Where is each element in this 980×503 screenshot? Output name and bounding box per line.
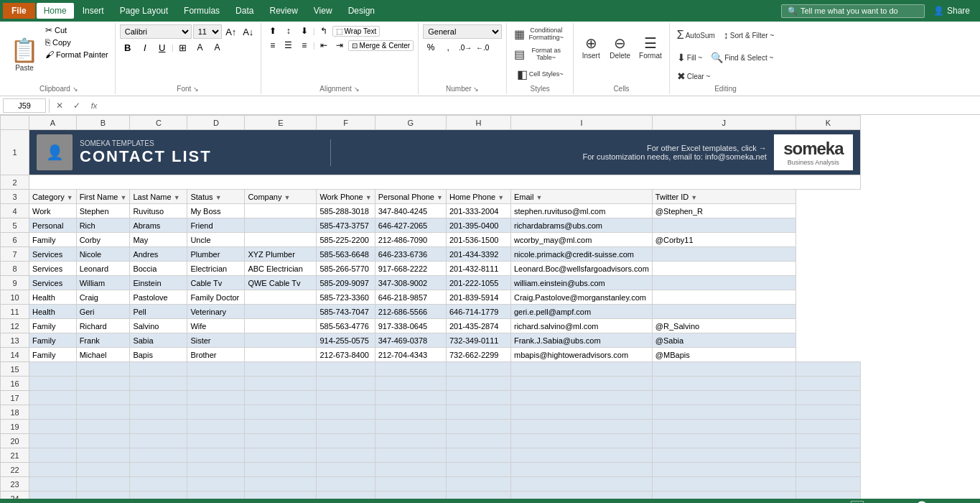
formula-input[interactable] (104, 98, 977, 113)
col-b-header[interactable]: B (76, 116, 130, 130)
empty-cell[interactable] (187, 420, 245, 434)
col-c-header[interactable]: C (130, 116, 187, 130)
empty-cell[interactable] (245, 477, 317, 492)
header-twitter[interactable]: Twitter ID ▼ (652, 190, 795, 204)
empty-cell[interactable] (245, 377, 317, 391)
empty-cell[interactable] (29, 405, 77, 420)
empty-cell[interactable] (76, 463, 130, 477)
empty-cell[interactable] (245, 362, 317, 377)
list-item[interactable]: 585-563-6648 (317, 247, 375, 262)
list-item[interactable]: 585-723-3360 (317, 290, 375, 305)
header-category[interactable]: Category ▼ (29, 190, 77, 204)
list-item[interactable] (652, 218, 795, 233)
list-item[interactable]: Ruvituso (130, 204, 187, 218)
empty-cell[interactable] (317, 377, 375, 391)
list-item[interactable]: Wife (187, 319, 245, 333)
list-item[interactable]: Bapis (130, 348, 187, 362)
list-item[interactable]: william.einstein@ubs.com (510, 276, 652, 290)
text-direction-button[interactable]: ↰ (317, 24, 331, 37)
list-item[interactable]: 585-473-3757 (317, 218, 375, 233)
filter-arrow-email[interactable]: ▼ (536, 194, 543, 201)
list-item[interactable]: Craig.Pastolove@morganstanley.com (510, 290, 652, 305)
empty-cell[interactable] (130, 377, 187, 391)
filter-arrow-twitter[interactable]: ▼ (691, 194, 697, 201)
header-firstname[interactable]: First Name ▼ (76, 190, 130, 204)
empty-cell[interactable] (187, 362, 245, 377)
list-item[interactable]: Health (29, 290, 77, 305)
list-item[interactable]: 201-839-5914 (446, 290, 510, 305)
list-item[interactable]: 585-209-9097 (317, 276, 375, 290)
empty-cell[interactable] (187, 448, 245, 463)
list-item[interactable]: Michael (76, 348, 130, 362)
list-item[interactable] (652, 276, 795, 290)
header-homephone[interactable]: Home Phone ▼ (446, 190, 510, 204)
increase-decimal-button[interactable]: .0→ (457, 40, 473, 55)
list-item[interactable] (652, 247, 795, 262)
empty-cell[interactable] (795, 405, 860, 420)
font-color-button[interactable]: A (210, 40, 225, 55)
empty-cell[interactable] (317, 492, 375, 499)
list-item[interactable]: @Stephen_R (652, 204, 795, 218)
empty-cell[interactable] (245, 448, 317, 463)
empty-cell[interactable] (510, 362, 652, 377)
empty-cell[interactable] (446, 420, 510, 434)
list-item[interactable]: Einstein (130, 276, 187, 290)
empty-cell[interactable] (29, 377, 77, 391)
conditional-formatting-button[interactable]: ▦ Conditional Formatting~ (511, 24, 569, 43)
list-item[interactable]: ABC Electrician (245, 262, 317, 276)
empty-cell[interactable] (652, 434, 795, 448)
align-right-button[interactable]: ≡ (297, 39, 312, 52)
empty-cell[interactable] (795, 434, 860, 448)
empty-cell[interactable] (29, 477, 77, 492)
menu-formulas[interactable]: Formulas (177, 3, 227, 19)
list-item[interactable]: Friend (187, 218, 245, 233)
list-item[interactable]: Frank (76, 333, 130, 348)
empty-cell[interactable] (245, 405, 317, 420)
list-item[interactable]: Abrams (130, 218, 187, 233)
filter-arrow-company[interactable]: ▼ (284, 194, 291, 201)
fill-button[interactable]: ⬇ Fill ~ (674, 47, 705, 68)
filter-arrow-status[interactable]: ▼ (215, 194, 222, 201)
empty-cell[interactable] (446, 405, 510, 420)
filter-arrow-category[interactable]: ▼ (67, 194, 73, 201)
list-item[interactable]: Health (29, 305, 77, 319)
empty-cell[interactable] (652, 362, 795, 377)
list-item[interactable]: 201-536-1500 (446, 233, 510, 247)
list-item[interactable]: Family (29, 348, 77, 362)
list-item[interactable]: William (76, 276, 130, 290)
list-item[interactable] (245, 348, 317, 362)
filter-arrow-homephone[interactable]: ▼ (498, 194, 504, 201)
copy-button[interactable]: ⎘ Copy (43, 37, 111, 48)
decrease-indent-button[interactable]: ⇤ (317, 39, 331, 52)
list-item[interactable]: 585-266-5770 (317, 262, 375, 276)
empty-cell[interactable] (375, 492, 446, 499)
empty-cell[interactable] (510, 405, 652, 420)
list-item[interactable]: 914-255-0575 (317, 333, 375, 348)
empty-cell[interactable] (446, 391, 510, 405)
list-item[interactable]: Services (29, 276, 77, 290)
empty-cell[interactable] (187, 434, 245, 448)
empty-cell[interactable] (375, 420, 446, 434)
list-item[interactable]: 347-840-4245 (375, 204, 446, 218)
list-item[interactable]: Frank.J.Sabia@ubs.com (510, 333, 652, 348)
empty-cell[interactable] (510, 377, 652, 391)
empty-cell[interactable] (795, 463, 860, 477)
filter-arrow-firstname[interactable]: ▼ (120, 194, 126, 201)
list-item[interactable]: Plumber (187, 247, 245, 262)
menu-review[interactable]: Review (262, 3, 304, 19)
col-e-header[interactable]: E (245, 116, 317, 130)
list-item[interactable]: 212-686-5566 (375, 305, 446, 319)
empty-cell[interactable] (130, 448, 187, 463)
filter-arrow-lastname[interactable]: ▼ (174, 194, 180, 201)
list-item[interactable]: Pell (130, 305, 187, 319)
number-format-select[interactable]: General (423, 24, 502, 39)
list-item[interactable]: Leonard.Boc@wellsfargoadvisors.com (510, 262, 652, 276)
empty-cell[interactable] (446, 448, 510, 463)
list-item[interactable]: Nicole (76, 247, 130, 262)
empty-cell[interactable] (245, 434, 317, 448)
empty-cell[interactable] (76, 391, 130, 405)
list-item[interactable]: Geri (76, 305, 130, 319)
format-as-table-button[interactable]: ▤ Format as Table~ (511, 45, 569, 63)
empty-cell[interactable] (187, 477, 245, 492)
empty-cell[interactable] (29, 391, 77, 405)
